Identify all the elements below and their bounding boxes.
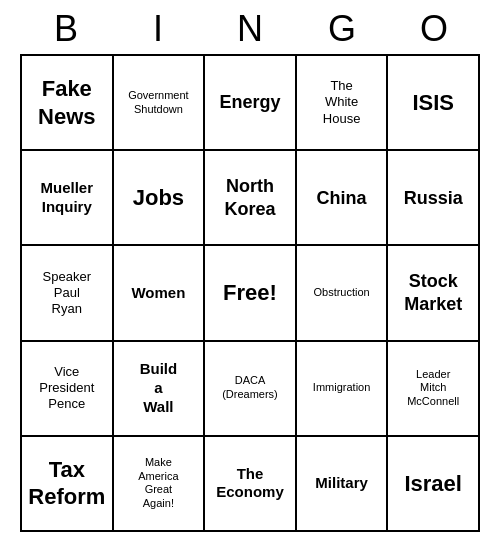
bingo-cell: Military — [297, 437, 389, 532]
bingo-cell-text: Energy — [219, 91, 280, 114]
bingo-cell-text: The White House — [323, 78, 361, 127]
bingo-letter: I — [114, 8, 202, 50]
bingo-cell-text: Build a Wall — [140, 360, 178, 416]
bingo-cell-text: ISIS — [412, 89, 454, 117]
bingo-cell-text: DACA (Dreamers) — [222, 374, 278, 402]
bingo-cell: Obstruction — [297, 246, 389, 341]
bingo-cell-text: Russia — [404, 187, 463, 210]
bingo-cell-text: Speaker Paul Ryan — [43, 269, 91, 318]
bingo-letter: O — [390, 8, 478, 50]
bingo-cell-text: Leader Mitch McConnell — [407, 368, 459, 409]
bingo-header: BINGO — [20, 0, 480, 54]
bingo-cell-text: Make America Great Again! — [138, 456, 178, 511]
bingo-cell-text: North Korea — [224, 175, 275, 220]
bingo-cell: The White House — [297, 56, 389, 151]
bingo-letter: N — [206, 8, 294, 50]
bingo-cell: ISIS — [388, 56, 480, 151]
bingo-cell-text: Vice President Pence — [39, 364, 94, 413]
bingo-cell: North Korea — [205, 151, 297, 246]
bingo-cell-text: Free! — [223, 279, 277, 307]
bingo-cell-text: Women — [131, 284, 185, 303]
bingo-cell: Russia — [388, 151, 480, 246]
bingo-cell-text: The Economy — [216, 465, 284, 503]
bingo-letter: B — [22, 8, 110, 50]
bingo-cell: The Economy — [205, 437, 297, 532]
bingo-cell-text: Obstruction — [313, 286, 369, 300]
bingo-cell-text: Military — [315, 474, 368, 493]
bingo-letter: G — [298, 8, 386, 50]
bingo-cell: Stock Market — [388, 246, 480, 341]
bingo-cell-text: China — [317, 187, 367, 210]
bingo-cell-text: Tax Reform — [28, 456, 105, 511]
bingo-cell: Immigration — [297, 342, 389, 437]
bingo-cell: Women — [114, 246, 206, 341]
bingo-cell: Make America Great Again! — [114, 437, 206, 532]
bingo-grid: Fake NewsGovernment ShutdownEnergyThe Wh… — [20, 54, 480, 532]
bingo-cell: Israel — [388, 437, 480, 532]
bingo-cell: Speaker Paul Ryan — [22, 246, 114, 341]
bingo-cell-text: Government Shutdown — [128, 89, 189, 117]
bingo-cell: Fake News — [22, 56, 114, 151]
bingo-cell: Build a Wall — [114, 342, 206, 437]
bingo-cell: Government Shutdown — [114, 56, 206, 151]
bingo-cell-text: Fake News — [38, 75, 95, 130]
bingo-cell: Energy — [205, 56, 297, 151]
bingo-cell: Jobs — [114, 151, 206, 246]
bingo-cell-text: Immigration — [313, 381, 370, 395]
bingo-cell: China — [297, 151, 389, 246]
bingo-cell: DACA (Dreamers) — [205, 342, 297, 437]
bingo-cell-text: Jobs — [133, 184, 184, 212]
bingo-cell: Free! — [205, 246, 297, 341]
bingo-cell: Leader Mitch McConnell — [388, 342, 480, 437]
bingo-cell: Vice President Pence — [22, 342, 114, 437]
bingo-cell: Mueller Inquiry — [22, 151, 114, 246]
bingo-cell-text: Mueller Inquiry — [41, 179, 94, 217]
bingo-cell-text: Israel — [404, 470, 462, 498]
bingo-cell: Tax Reform — [22, 437, 114, 532]
bingo-cell-text: Stock Market — [404, 270, 462, 315]
